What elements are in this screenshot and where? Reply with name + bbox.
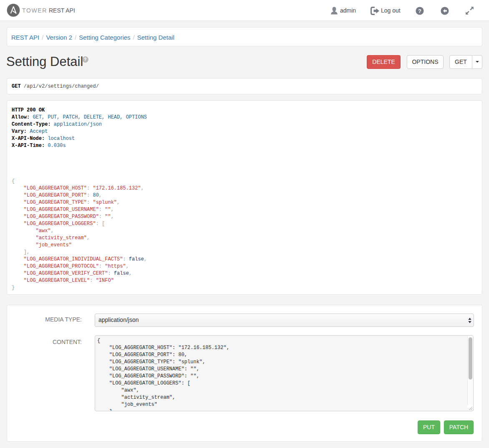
svg-text:?: ? — [418, 8, 421, 14]
